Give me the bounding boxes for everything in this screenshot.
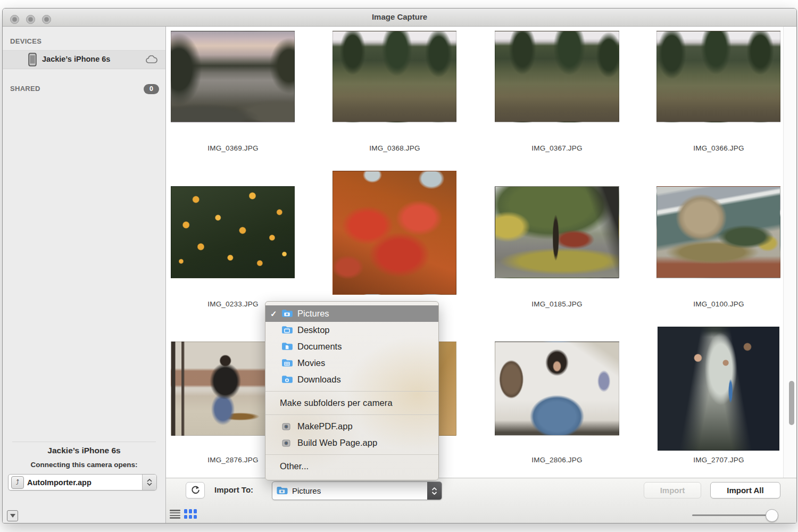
pictures-folder-icon: [276, 486, 288, 495]
shared-count-badge: 0: [144, 84, 159, 94]
cloud-icon[interactable]: [145, 55, 158, 64]
titlebar: Image Capture: [3, 9, 796, 27]
triangle-down-icon: [10, 514, 15, 518]
menu-item-make-subfolders[interactable]: Make subfolders per camera: [265, 395, 438, 411]
photo-thumbnail[interactable]: [171, 31, 295, 122]
bottom-toolbar: Import To: Pictures Import Import All: [166, 478, 796, 523]
shared-section-header: SHARED: [10, 85, 40, 93]
image-capture-window: Image Capture DEVICES Jackie’s iPhone 6s…: [2, 8, 797, 523]
sidebar-footer-divider: [12, 442, 156, 442]
photo-thumbnail[interactable]: [171, 186, 295, 278]
popup-stepper-icon: [427, 482, 442, 500]
list-view-icon[interactable]: [170, 510, 180, 519]
menu-item-build-web-page-app[interactable]: Build Web Page.app: [265, 435, 438, 451]
connect-camera-label: Connecting this camera opens:: [3, 461, 165, 469]
checkmark-icon: ✓: [265, 309, 281, 319]
menu-item-downloads[interactable]: Downloads: [265, 371, 438, 388]
photo-thumbnail[interactable]: [656, 31, 780, 122]
sidebar: DEVICES Jackie’s iPhone 6s SHARED 0 Jack…: [3, 27, 166, 523]
devices-section-header: DEVICES: [10, 37, 41, 45]
photo-thumbnail[interactable]: [332, 171, 456, 295]
shared-section-row: SHARED 0: [3, 80, 165, 98]
select-stepper-icon: [142, 475, 156, 490]
screenshot-stage: Image Capture DEVICES Jackie’s iPhone 6s…: [0, 0, 798, 532]
photo-caption: IMG_0369.JPG: [171, 144, 295, 152]
disclosure-pane-button[interactable]: [7, 510, 18, 521]
desktop-folder-icon: [281, 326, 297, 335]
scrollbar-track[interactable]: [783, 27, 796, 478]
sidebar-item-device[interactable]: Jackie’s iPhone 6s: [3, 50, 165, 69]
photo-thumbnail[interactable]: [332, 31, 456, 122]
photo-thumbnail[interactable]: [656, 186, 780, 278]
menu-item-documents[interactable]: Documents: [265, 338, 438, 355]
import-to-menu: ✓ Pictures Desktop Documents: [265, 301, 439, 480]
photo-caption: IMG_2806.JPG: [495, 456, 619, 464]
photo-thumbnail[interactable]: [495, 31, 619, 122]
auto-importer-select[interactable]: ⤴ AutoImporter.app: [8, 474, 157, 491]
photo-caption: IMG_0185.JPG: [495, 300, 619, 308]
photo-thumbnail[interactable]: [495, 342, 619, 436]
app-icon: [281, 438, 297, 448]
import-button[interactable]: Import: [644, 482, 701, 498]
photo-caption: IMG_0368.JPG: [332, 144, 457, 152]
photo-caption: IMG_0100.JPG: [656, 300, 781, 308]
scrollbar-thumb[interactable]: [789, 381, 794, 425]
app-icon: [281, 422, 297, 431]
photo-caption: IMG_2707.JPG: [656, 456, 781, 464]
downloads-folder-icon: [281, 375, 297, 384]
auto-importer-value: AutoImporter.app: [27, 478, 142, 487]
zoom-slider-handle[interactable]: [766, 509, 778, 522]
import-all-button[interactable]: Import All: [710, 482, 780, 498]
photo-thumbnail[interactable]: [658, 327, 779, 451]
device-name-label: Jackie’s iPhone 6s: [42, 55, 110, 63]
photo-caption: IMG_0367.JPG: [495, 144, 619, 152]
grid-view-icon[interactable]: [184, 509, 197, 519]
import-to-popup-button[interactable]: Pictures: [272, 481, 442, 500]
menu-item-other[interactable]: Other...: [265, 458, 438, 475]
iphone-icon: [28, 53, 37, 66]
sidebar-footer-device-name: Jackie’s iPhone 6s: [3, 446, 165, 455]
window-title: Image Capture: [3, 12, 796, 21]
pictures-folder-icon: [281, 309, 297, 318]
import-to-value: Pictures: [292, 486, 427, 495]
menu-item-movies[interactable]: Movies: [265, 355, 438, 371]
movies-folder-icon: [281, 359, 297, 368]
photo-browser: IMG_0369.JPG IMG_0368.JPG IMG_0367.JPG I…: [166, 27, 796, 523]
auto-importer-app-icon: ⤴: [11, 476, 24, 489]
photo-caption: IMG_0366.JPG: [656, 144, 781, 152]
menu-item-makepdf-app[interactable]: MakePDF.app: [265, 418, 438, 435]
import-to-label: Import To:: [214, 485, 253, 494]
menu-item-pictures[interactable]: ✓ Pictures: [265, 305, 438, 322]
rotate-button[interactable]: [186, 482, 205, 498]
menu-item-desktop[interactable]: Desktop: [265, 322, 438, 338]
menu-separator: [265, 391, 438, 392]
thumbnail-zoom-slider[interactable]: [692, 514, 772, 516]
photo-thumbnail[interactable]: [495, 186, 619, 278]
menu-separator: [265, 414, 438, 415]
rotate-icon: [190, 485, 201, 495]
menu-separator: [265, 454, 438, 455]
documents-folder-icon: [281, 342, 297, 351]
